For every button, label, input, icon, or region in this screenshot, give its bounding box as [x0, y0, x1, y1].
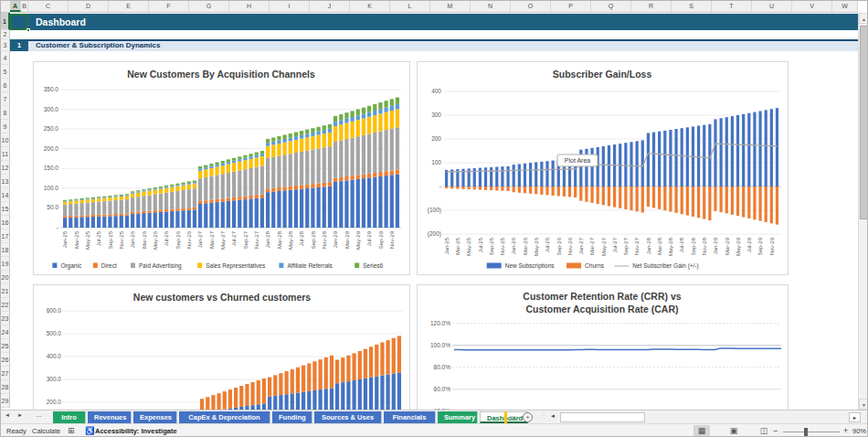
zoom-slider-thumb[interactable] — [804, 428, 808, 437]
row-header-20[interactable]: 20 — [1, 271, 10, 284]
column-header-J[interactable]: J — [310, 1, 350, 12]
row-header-12[interactable]: 12 — [1, 161, 10, 175]
column-header-Q[interactable]: Q — [591, 1, 631, 12]
column-header-D[interactable]: D — [69, 1, 109, 12]
chart-subscriber-gain-loss[interactable]: Subscriber Gain/Loss400300200100-(100)(2… — [417, 61, 789, 275]
row-header-3[interactable]: 3 — [1, 39, 10, 51]
selection-fill-handle[interactable] — [26, 28, 30, 32]
sheet-tab-funding[interactable]: Funding — [272, 411, 312, 423]
vertical-scrollbar-thumb[interactable] — [860, 26, 868, 219]
column-header-A[interactable]: A — [10, 1, 21, 12]
crr-line — [454, 348, 781, 350]
column-header-M[interactable]: M — [430, 1, 471, 12]
sheet-tab-sources-uses[interactable]: Sources & Uses — [314, 411, 382, 423]
row-header-11[interactable]: 11 — [1, 147, 10, 161]
svg-text:Jan-26: Jan-26 — [511, 237, 516, 254]
sheet-tab-intro[interactable]: Intro — [53, 411, 86, 423]
column-header-V[interactable]: V — [792, 1, 832, 12]
row-header-4[interactable]: 4 — [1, 51, 10, 65]
row-header-24[interactable]: 24 — [1, 325, 10, 339]
svg-text:-: - — [439, 183, 441, 189]
svg-text:Sep-25: Sep-25 — [489, 237, 494, 255]
svg-text:Sep-26: Sep-26 — [175, 230, 181, 249]
column-header-P[interactable]: P — [551, 1, 591, 12]
column-header-F[interactable]: F — [149, 1, 189, 12]
column-header-N[interactable]: N — [471, 1, 511, 12]
column-header-L[interactable]: L — [390, 1, 430, 12]
row-header-9[interactable]: 9 — [1, 120, 10, 133]
hscroll-left-icon[interactable]: ◄ — [550, 413, 556, 419]
tab-nav-right-icon[interactable]: ► — [17, 412, 23, 418]
column-header-E[interactable]: E — [109, 1, 149, 12]
accessibility-status[interactable]: Accessibility: Investigate — [95, 424, 177, 437]
column-header-G[interactable]: G — [189, 1, 229, 12]
chart-axis: 120.0%100.0%80.0%60.0%40.0% — [430, 320, 781, 410]
row-header-8[interactable]: 8 — [1, 106, 10, 120]
row-header-1[interactable]: 1 — [1, 13, 10, 30]
column-header-K[interactable]: K — [350, 1, 390, 12]
row-header-5[interactable]: 5 — [1, 65, 10, 79]
zoom-out-icon[interactable]: − — [773, 424, 778, 437]
column-header-B[interactable]: B — [21, 1, 28, 12]
view-page-layout-icon[interactable]: ▣ — [725, 425, 742, 437]
svg-text:Jul-27: Jul-27 — [612, 237, 618, 252]
svg-text:Sep-27: Sep-27 — [623, 237, 629, 255]
row-header-23[interactable]: 23 — [1, 312, 10, 325]
row-header-6[interactable]: 6 — [1, 79, 10, 92]
row-header-19[interactable]: 19 — [1, 257, 10, 271]
sheet-tab-summary[interactable]: Summary — [438, 411, 478, 423]
row-header-21[interactable]: 21 — [1, 284, 10, 298]
row-header-14[interactable]: 14 — [1, 188, 10, 202]
column-header-W[interactable]: W — [832, 1, 858, 12]
column-header-T[interactable]: T — [712, 1, 752, 12]
scroll-up-icon[interactable]: ▲ — [859, 13, 868, 24]
column-header-U[interactable]: U — [752, 1, 792, 12]
tabs-overflow-left[interactable]: ... — [36, 410, 42, 419]
row-header-16[interactable]: 16 — [1, 216, 10, 229]
row-header-28[interactable]: 28 — [1, 380, 10, 394]
column-header-I[interactable]: I — [270, 1, 310, 12]
row-header-10[interactable]: 10 — [1, 133, 10, 147]
svg-text:100.0%: 100.0% — [430, 342, 450, 348]
svg-text:Sales Representatives: Sales Representatives — [206, 262, 266, 270]
row-header-7[interactable]: 7 — [1, 92, 10, 106]
view-page-break-icon[interactable]: ◫ — [756, 425, 772, 437]
zoom-in-icon[interactable]: + — [843, 424, 848, 437]
row-header-18[interactable]: 18 — [1, 243, 10, 257]
sheet-stats-icon[interactable]: ⊞ — [68, 424, 75, 437]
horizontal-scrollbar[interactable] — [560, 412, 645, 422]
status-calculate[interactable]: Calculate — [32, 424, 60, 437]
scroll-down-icon[interactable]: ▼ — [859, 399, 868, 410]
column-header-R[interactable]: R — [631, 1, 672, 12]
tab-nav-left-icon[interactable]: ◄ — [5, 412, 10, 418]
column-header-S[interactable]: S — [672, 1, 712, 12]
chart-new-vs-churned-customers[interactable]: New customers vs Churned customers600.05… — [33, 284, 410, 410]
row-header-15[interactable]: 15 — [1, 202, 10, 216]
row-header-27[interactable]: 27 — [1, 367, 10, 380]
view-normal-icon[interactable]: ▦ — [693, 425, 710, 437]
column-header-O[interactable]: O — [511, 1, 551, 12]
column-header-C[interactable]: C — [28, 1, 69, 12]
sheet-tab-expenses[interactable]: Expenses — [133, 411, 177, 423]
svg-text:Jul-29: Jul-29 — [746, 237, 752, 252]
status-ready: Ready — [6, 424, 26, 437]
zoom-percent[interactable]: 90% — [852, 424, 866, 437]
new-sheet-icon[interactable]: + — [523, 412, 533, 422]
row-header-22[interactable]: 22 — [1, 298, 10, 312]
row-header-2[interactable]: 2 — [1, 30, 10, 39]
vertical-scrollbar[interactable]: ▲ ▼ — [858, 13, 868, 410]
hscroll-right-icon[interactable]: ► — [849, 412, 861, 422]
row-header-13[interactable]: 13 — [1, 175, 10, 188]
row-header-17[interactable]: 17 — [1, 229, 10, 243]
chart-new-customers-by-acquisition-channels[interactable]: New Customers By Acquisition Channels350… — [33, 61, 410, 275]
row-header-26[interactable]: 26 — [1, 353, 10, 367]
chart-crr-vs-car[interactable]: Customer Retention Rate (CRR) vsCustomer… — [417, 284, 789, 410]
zoom-slider[interactable] — [783, 432, 840, 432]
column-header-H[interactable]: H — [229, 1, 270, 12]
sheet-tab-revenues[interactable]: Revenues — [88, 411, 132, 423]
row-header-29[interactable]: 29 — [1, 394, 10, 408]
sheet-tab-financials[interactable]: Financials — [384, 411, 436, 423]
row-header-25[interactable]: 25 — [1, 339, 10, 353]
tabs-overflow-right[interactable]: ... — [510, 410, 516, 419]
sheet-tab-capex-depreciation[interactable]: CapEx & Depreciation — [179, 411, 270, 423]
